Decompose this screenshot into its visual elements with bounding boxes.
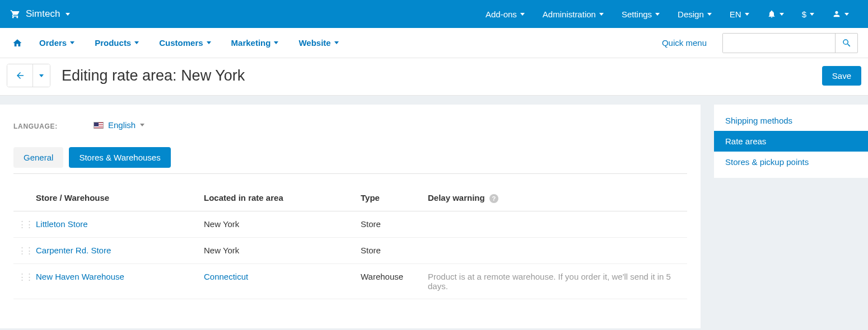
nav-design[interactable]: Design <box>669 0 721 28</box>
nav-settings-label: Settings <box>622 10 652 19</box>
caret-down-icon <box>66 13 70 16</box>
nav-customers-label: Customers <box>159 38 203 48</box>
language-value: English <box>108 120 136 130</box>
caret-down-icon <box>274 41 278 44</box>
bell-icon <box>767 10 776 18</box>
nav-settings[interactable]: Settings <box>613 0 669 28</box>
nav-website[interactable]: Website <box>291 28 346 58</box>
caret-down-icon <box>140 124 144 126</box>
drag-handle-icon[interactable]: ⋮⋮ <box>18 219 27 229</box>
nav-products-label: Products <box>95 38 131 48</box>
arrow-left-icon <box>15 70 25 81</box>
search-icon <box>842 38 852 48</box>
table-row: ⋮⋮Littleton StoreNew YorkStore <box>13 211 687 237</box>
nav-orders[interactable]: Orders <box>31 28 82 58</box>
nav-administration-label: Administration <box>543 10 596 19</box>
sidebar-item[interactable]: Stores & pickup points <box>714 152 868 172</box>
caret-down-icon <box>844 13 849 16</box>
cart-icon <box>10 9 20 19</box>
delay-text: Product is at a remote warehouse. If you… <box>428 272 671 291</box>
caret-down-icon <box>70 41 74 44</box>
caret-down-icon <box>745 13 749 16</box>
sidebar-item[interactable]: Shipping methods <box>714 110 868 131</box>
back-dropdown[interactable] <box>33 64 50 87</box>
nav-design-label: Design <box>678 10 704 19</box>
nav-addons-label: Add-ons <box>486 10 517 19</box>
col-header-name: Store / Warehouse <box>31 185 199 211</box>
nav-addons[interactable]: Add-ons <box>477 0 534 28</box>
home-icon <box>12 38 22 48</box>
store-link[interactable]: New Haven Warehouse <box>36 272 124 281</box>
table-row: ⋮⋮New Haven WarehouseConnecticutWarehous… <box>13 263 687 299</box>
tab-stores-warehouses[interactable]: Stores & Warehouses <box>69 147 170 168</box>
caret-down-icon <box>134 41 139 44</box>
sidebar-item[interactable]: Rate areas <box>714 131 868 152</box>
save-button[interactable]: Save <box>822 66 861 86</box>
brand-dropdown[interactable]: Simtech <box>10 8 70 20</box>
col-header-area: Located in rate area <box>199 185 356 211</box>
nav-language[interactable]: EN <box>721 0 758 28</box>
tab-general[interactable]: General <box>13 147 63 168</box>
search-button[interactable] <box>835 34 857 53</box>
store-link[interactable]: Littleton Store <box>36 219 88 229</box>
page-title: Editing rate area: New York <box>55 67 245 84</box>
nav-home[interactable] <box>10 28 27 58</box>
user-icon <box>832 10 841 18</box>
col-header-delay-label: Delay warning <box>428 193 485 202</box>
caret-down-icon <box>780 13 784 16</box>
nav-orders-label: Orders <box>39 38 67 48</box>
brand-label: Simtech <box>26 8 60 20</box>
nav-currency-label: $ <box>802 10 806 19</box>
col-header-type: Type <box>356 185 423 211</box>
nav-account[interactable] <box>823 0 858 28</box>
language-label: LANGUAGE: <box>13 122 58 130</box>
quick-menu-link[interactable]: Quick menu <box>662 38 718 48</box>
caret-down-icon <box>520 13 525 16</box>
nav-products[interactable]: Products <box>87 28 147 58</box>
back-button[interactable] <box>7 64 33 87</box>
flag-us-icon <box>94 122 104 129</box>
type-text: Store <box>361 246 381 255</box>
rate-area-link[interactable]: Connecticut <box>204 272 248 281</box>
store-link[interactable]: Carpenter Rd. Store <box>36 246 111 255</box>
table-row: ⋮⋮Carpenter Rd. StoreNew YorkStore <box>13 237 687 263</box>
rate-area-text: New York <box>204 219 239 229</box>
nav-marketing[interactable]: Marketing <box>223 28 287 58</box>
caret-down-icon <box>655 13 660 16</box>
search-input[interactable] <box>723 34 835 53</box>
rate-area-text: New York <box>204 246 239 255</box>
nav-marketing-label: Marketing <box>231 38 271 48</box>
nav-administration[interactable]: Administration <box>534 0 613 28</box>
caret-down-icon <box>599 13 604 16</box>
nav-language-label: EN <box>730 10 741 19</box>
caret-down-icon <box>707 13 712 16</box>
drag-handle-icon[interactable]: ⋮⋮ <box>18 272 27 282</box>
caret-down-icon <box>810 13 814 16</box>
help-icon[interactable]: ? <box>489 194 498 203</box>
nav-notifications[interactable] <box>758 0 793 28</box>
caret-down-icon <box>207 41 211 44</box>
type-text: Warehouse <box>361 272 403 281</box>
type-text: Store <box>361 219 381 229</box>
drag-handle-icon[interactable]: ⋮⋮ <box>18 246 27 256</box>
caret-down-icon <box>334 41 339 44</box>
nav-website-label: Website <box>298 38 330 48</box>
language-selector[interactable]: English <box>94 120 144 130</box>
col-header-delay: Delay warning ? <box>423 185 687 211</box>
caret-down-icon <box>39 74 44 77</box>
nav-customers[interactable]: Customers <box>151 28 218 58</box>
nav-currency[interactable]: $ <box>793 0 823 28</box>
